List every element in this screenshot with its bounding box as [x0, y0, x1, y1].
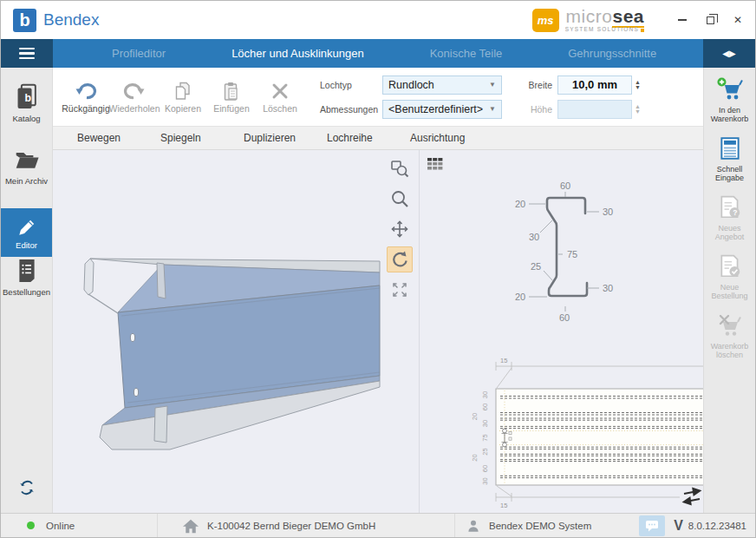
- rail-item-label: Schnell Eingabe: [704, 165, 755, 183]
- close-icon: ✕: [733, 14, 742, 26]
- tabs: Profileditor Löcher und Ausklinkungen Ko…: [53, 39, 703, 68]
- new-offer-doc-icon: ?: [718, 194, 742, 220]
- title-bar: b Bendex ms microsea SYSTEM SOLUTIONS ✕: [1, 1, 755, 39]
- tab-profileditor[interactable]: Profileditor: [79, 47, 199, 60]
- delete-x-icon: [270, 81, 290, 102]
- chevron-down-icon: ▼: [489, 105, 496, 113]
- segment-label: 20: [471, 454, 479, 461]
- copy-icon: [173, 81, 193, 102]
- new-offer-button[interactable]: ? Neues Angebot: [704, 194, 755, 252]
- app-title: Bendex: [43, 10, 99, 30]
- subtool-bewegen[interactable]: Bewegen: [77, 132, 160, 144]
- sub-toolbar: Bewegen Spiegeln Duplizieren Lochreihe A…: [53, 126, 703, 150]
- brand-name-light: micro: [566, 6, 613, 26]
- zoom-button[interactable]: [387, 186, 413, 212]
- copy-button[interactable]: Kopieren: [159, 81, 207, 114]
- center-column: Rückgängig Wiederholen Kopieren: [53, 68, 703, 513]
- brand-tagline: SYSTEM SOLUTIONS: [565, 27, 639, 33]
- menu-button[interactable]: [1, 39, 53, 68]
- online-status: Online: [1, 514, 157, 537]
- paste-icon: [221, 81, 242, 102]
- subtool-spiegeln[interactable]: Spiegeln: [160, 132, 244, 144]
- dim-diag-upper: 30: [529, 232, 539, 242]
- hoehe-input[interactable]: [557, 100, 632, 119]
- version-number: 8.0.12.23481: [688, 521, 755, 531]
- dimension-fields: Breite 10,0 mm ▲ ▼ Höhe ▲ ▼: [521, 75, 641, 119]
- dim-web: 75: [567, 249, 577, 259]
- dim-bottom-right: 30: [603, 283, 613, 293]
- segment-label: 25: [481, 448, 489, 455]
- fit-view-button[interactable]: [387, 277, 413, 303]
- subtool-lochreihe[interactable]: Lochreihe: [327, 132, 410, 144]
- breite-input[interactable]: 10,0 mm: [557, 75, 632, 95]
- svg-text:?: ?: [733, 208, 737, 217]
- minimize-button[interactable]: [670, 9, 694, 31]
- pan-button[interactable]: [387, 216, 413, 242]
- spin-down-icon: ▼: [635, 109, 641, 115]
- tab-gehrungsschnitte[interactable]: Gehrungsschnitte: [535, 47, 689, 60]
- breite-stepper[interactable]: ▲ ▼: [635, 80, 641, 89]
- redo-icon: [123, 81, 146, 102]
- flat-hole[interactable]: [503, 429, 507, 433]
- rail-item-label: Neues Angebot: [704, 224, 755, 242]
- status-bar: Online K-100042 Bernd Bieger DEMO GmbH B…: [1, 513, 755, 537]
- tab-bar: Profileditor Löcher und Ausklinkungen Ko…: [1, 39, 755, 68]
- sidebar-item-bestellungen[interactable]: Bestellungen: [1, 257, 52, 319]
- quick-entry-form-icon: [718, 135, 742, 161]
- dim-bottom-left: 20: [515, 292, 525, 302]
- zoom-region-button[interactable]: [387, 155, 413, 181]
- right-sidebar: In den Warenkorb Schnell Eingabe: [703, 68, 755, 513]
- new-order-button[interactable]: Neue Bestellung: [704, 253, 755, 311]
- segment-label: 75: [481, 434, 489, 441]
- cross-section-drawing: 60 20 30 30 75 25 20 30 60: [515, 180, 613, 323]
- undo-button[interactable]: Rückgängig: [62, 81, 110, 114]
- subtool-duplizieren[interactable]: Duplizieren: [244, 132, 327, 144]
- sidebar-item-mein-archiv[interactable]: Mein Archiv: [1, 146, 52, 208]
- main-area: b Katalog Mein Archiv Editor: [1, 68, 755, 513]
- profile-3d-view[interactable]: [53, 150, 419, 513]
- profile-hole[interactable]: [130, 333, 134, 341]
- breite-label: Breite: [521, 80, 552, 90]
- spin-down-icon: ▼: [635, 85, 641, 90]
- zoom-region-icon: [389, 158, 410, 179]
- feedback-button[interactable]: [639, 515, 665, 536]
- sync-button[interactable]: [17, 478, 36, 501]
- tab-konische-teile[interactable]: Konische Teile: [397, 47, 536, 60]
- tab-loecher-und-ausklinkungen[interactable]: Löcher und Ausklinkungen: [199, 47, 397, 60]
- profile-hole[interactable]: [134, 388, 138, 396]
- hole-fields: Lochtyp Rundloch ▼ Abmessungen <Benutzer…: [320, 75, 502, 119]
- sidebar-item-editor[interactable]: Editor: [1, 208, 52, 257]
- abmessungen-select[interactable]: <Benutzerdefiniert> ▼: [382, 100, 502, 119]
- dim-top: 60: [560, 180, 570, 191]
- system-status[interactable]: Bendex DEMO System: [455, 514, 639, 537]
- dim-top-left: 20: [515, 199, 525, 209]
- customer-label: K-100042 Bernd Bieger DEMO GmbH: [207, 521, 375, 531]
- dim-bottom: 60: [559, 312, 570, 323]
- sidebar-item-katalog[interactable]: b Katalog: [1, 83, 52, 146]
- close-button[interactable]: ✕: [726, 9, 750, 31]
- clear-cart-button[interactable]: Warenkorb löschen: [704, 312, 755, 370]
- customer-status[interactable]: K-100042 Bernd Bieger DEMO GmbH: [158, 514, 454, 537]
- hoehe-stepper: ▲ ▼: [635, 104, 641, 114]
- quick-entry-button[interactable]: Schnell Eingabe: [704, 135, 755, 193]
- flip-arrows-icon[interactable]: [684, 489, 700, 504]
- add-to-cart-button[interactable]: In den Warenkorb: [704, 76, 755, 134]
- collapse-panel-button[interactable]: ◀▶: [703, 39, 755, 68]
- archive-folder-icon: [13, 146, 41, 174]
- microsea-logo-icon: ms: [532, 9, 559, 32]
- flat-hole[interactable]: [503, 443, 507, 447]
- lochtyp-select[interactable]: Rundloch ▼: [382, 75, 502, 95]
- sidebar-item-label: Mein Archiv: [5, 177, 48, 187]
- redo-button[interactable]: Wiederholen: [110, 81, 159, 114]
- editor-canvas[interactable]: 60 20 30 30 75 25 20 30 60: [53, 150, 703, 513]
- pencil-icon: [15, 215, 39, 239]
- delete-button[interactable]: Löschen: [256, 81, 304, 114]
- sidebar-item-label: Katalog: [12, 115, 40, 124]
- paste-button[interactable]: Einfügen: [207, 81, 256, 114]
- rotate-button[interactable]: [387, 246, 413, 272]
- new-order-doc-icon: [718, 253, 742, 279]
- drawing-panel: 60 20 30 30 75 25 20 30 60: [420, 150, 703, 513]
- subtool-ausrichtung[interactable]: Ausrichtung: [410, 132, 493, 144]
- restore-button[interactable]: [698, 9, 722, 31]
- brand-dot-icon: [641, 29, 644, 32]
